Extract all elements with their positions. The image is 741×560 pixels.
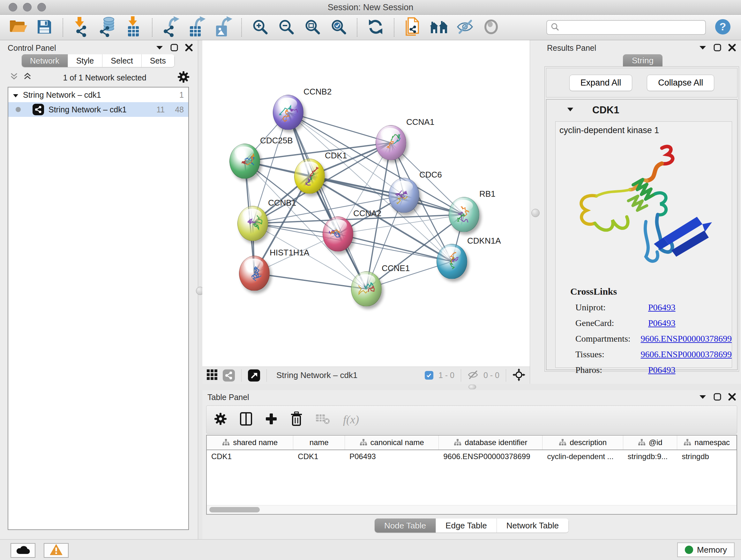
panel-close-icon[interactable]	[728, 44, 736, 53]
table-cell[interactable]: CDK1	[207, 450, 293, 463]
table-cell[interactable]: stringdb:9...	[623, 450, 677, 463]
search-icon	[551, 23, 559, 32]
string-import-button[interactable]	[403, 17, 422, 37]
cloud-status-button[interactable]	[10, 543, 36, 558]
network-node-CCNE1[interactable]	[351, 271, 382, 307]
network-node-CDK1[interactable]	[294, 159, 325, 194]
add-column-icon[interactable]	[265, 413, 277, 426]
network-node-CDKN1A[interactable]	[436, 244, 467, 279]
toggle-structure-images-button[interactable]	[456, 17, 474, 37]
panel-close-icon[interactable]	[728, 393, 736, 402]
genecard-link[interactable]: P06493	[648, 318, 676, 328]
tab-network-table[interactable]: Network Table	[497, 518, 569, 533]
tab-network[interactable]: Network	[22, 54, 68, 67]
column-header-name[interactable]: name	[293, 435, 345, 449]
selected-checkbox-icon[interactable]	[425, 371, 433, 380]
network-node-CCNA2[interactable]	[323, 216, 353, 252]
delete-column-trash-icon[interactable]	[290, 412, 303, 428]
scrollbar-thumb[interactable]	[209, 507, 260, 512]
panel-float-icon[interactable]	[714, 44, 721, 53]
expand-all-button[interactable]: Expand All	[569, 75, 632, 91]
panel-close-icon[interactable]	[185, 44, 193, 53]
panel-menu-icon[interactable]	[156, 45, 163, 51]
toggle-glass-ball-button[interactable]	[482, 17, 500, 37]
network-node-CCNA1[interactable]	[376, 125, 406, 160]
network-canvas[interactable]: CCNB2 CCNA1 CDC25B CDK1 CDC6 RB1 CCNB1 C…	[202, 40, 530, 367]
results-splitter[interactable]	[530, 40, 542, 384]
expander-triangle-icon[interactable]	[13, 90, 18, 100]
export-network-button[interactable]	[161, 17, 180, 37]
network-node-CCNB1[interactable]	[238, 206, 268, 241]
zoom-fit-button[interactable]	[303, 17, 322, 37]
column-header-description[interactable]: description	[542, 435, 623, 449]
detach-view-icon[interactable]	[248, 369, 260, 381]
export-image-button[interactable]	[214, 17, 232, 37]
hidden-eye-slash-icon[interactable]	[468, 370, 478, 381]
network-node-CDC25B[interactable]	[229, 144, 260, 179]
zoom-in-button[interactable]	[251, 17, 269, 37]
collapse-all-button[interactable]: Collapse All	[647, 75, 714, 91]
node-table[interactable]: shared namename canonical name database …	[206, 435, 737, 515]
tab-edge-table[interactable]: Edge Table	[436, 518, 497, 533]
tissues-link[interactable]: 9606.ENSP00000378699	[641, 349, 732, 360]
splitter-handle[interactable]	[531, 209, 540, 217]
panel-menu-icon[interactable]	[699, 45, 706, 51]
splitter-handle[interactable]	[468, 385, 476, 389]
panel-float-icon[interactable]	[714, 393, 721, 402]
table-cell[interactable]: 9606.ENSP00000378699	[439, 450, 542, 463]
panel-float-icon[interactable]	[171, 44, 178, 53]
network-share-view-icon[interactable]	[223, 369, 235, 381]
expand-all-networks-icon[interactable]	[23, 72, 32, 83]
birds-eye-view-icon[interactable]	[513, 368, 525, 382]
tab-select[interactable]: Select	[103, 54, 141, 67]
import-table-from-file-button[interactable]	[125, 17, 143, 37]
memory-button[interactable]: Memory	[677, 543, 735, 557]
tab-string[interactable]: String	[623, 54, 663, 66]
search-input[interactable]	[562, 23, 701, 32]
network-row[interactable]: String Network – cdk1 11 48	[8, 102, 188, 117]
panel-menu-icon[interactable]	[699, 395, 706, 400]
collapse-all-networks-icon[interactable]	[10, 72, 18, 83]
refresh-view-button[interactable]	[366, 17, 385, 37]
table-horizontal-scrollbar[interactable]	[207, 505, 737, 514]
table-cell[interactable]: CDK1	[293, 450, 345, 463]
network-collection-row[interactable]: String Network – cdk1 1	[8, 87, 188, 102]
zoom-out-button[interactable]	[277, 17, 295, 37]
column-header-shared-name[interactable]: shared name	[207, 435, 293, 449]
import-network-from-database-button[interactable]	[98, 17, 117, 37]
column-header-database-identifier[interactable]: database identifier	[439, 435, 542, 449]
left-splitter[interactable]	[198, 40, 202, 539]
help-button[interactable]: ?	[714, 17, 732, 37]
network-node-RB1[interactable]	[449, 197, 479, 232]
export-table-button[interactable]	[188, 17, 206, 37]
network-node-CCNB2[interactable]	[273, 95, 304, 130]
table-cell[interactable]: cyclin-dependent ...	[542, 450, 623, 463]
network-node-HIST1H1A[interactable]	[239, 256, 270, 291]
compartments-link[interactable]: 9606.ENSP00000378699	[641, 334, 732, 344]
network-node-CDC6[interactable]	[389, 178, 419, 213]
table-row[interactable]: CDK1CDK1P064939606.ENSP00000378699cyclin…	[207, 450, 737, 463]
column-header-namespac[interactable]: namespac	[677, 435, 737, 449]
save-session-button[interactable]	[35, 17, 54, 37]
global-search-field[interactable]	[546, 20, 706, 35]
import-network-from-file-button[interactable]	[72, 17, 91, 37]
table-options-gear-icon[interactable]	[214, 413, 227, 427]
column-header-canonical-name[interactable]: canonical name	[345, 435, 439, 449]
zoom-selected-button[interactable]	[329, 17, 348, 37]
tab-node-table[interactable]: Node Table	[375, 518, 436, 533]
network-options-gear-icon[interactable]	[178, 71, 190, 84]
uniprot-link[interactable]: P06493	[648, 302, 676, 313]
table-cell[interactable]: P06493	[345, 450, 439, 463]
tab-sets[interactable]: Sets	[142, 54, 175, 67]
grid-view-icon[interactable]	[207, 369, 218, 381]
table-cell[interactable]: stringdb	[677, 450, 737, 463]
section-expander-triangle-icon[interactable]	[567, 107, 574, 113]
pharos-link[interactable]: P06493	[648, 365, 676, 375]
tab-style[interactable]: Style	[68, 54, 103, 67]
open-session-button[interactable]	[9, 17, 27, 37]
table-splitter[interactable]	[202, 384, 741, 390]
warning-status-button[interactable]	[44, 543, 69, 558]
column-header--id[interactable]: @id	[623, 435, 677, 449]
show-columns-icon[interactable]	[240, 412, 253, 427]
change-species-button[interactable]	[429, 17, 448, 37]
